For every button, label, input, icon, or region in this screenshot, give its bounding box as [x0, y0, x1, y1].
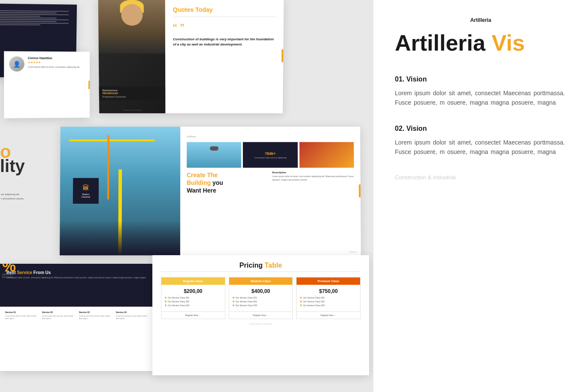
image-grid: 784k+ Lorem ipsum dolor sita met, adipis… [187, 142, 354, 168]
crane-section: 🏛 ModernIndustrial [60, 127, 180, 255]
grid-image-2: 784k+ Lorem ipsum dolor sita met, adipis… [243, 142, 297, 168]
pricing-title: Pricing Table [161, 262, 361, 269]
medium-features: Our Service Class 001 Our Service Class … [229, 296, 293, 311]
quote-text-area: Quotes Today “ ” Construction of buildin… [165, 0, 284, 113]
icon-badge: 🏛 ModernIndustrial [73, 178, 99, 204]
slide-quotes: Bartholomew Henderson Professional Const… [98, 0, 284, 113]
slide-building: 🏛 ModernIndustrial Artilleria 784k+ Lore… [60, 127, 361, 255]
regular-features: Our Service Class 001 Our Service Class … [161, 296, 225, 311]
buildings-bg [60, 221, 180, 255]
right-panel: Artilleria Artilleria Vis 01. Vision Lor… [373, 0, 588, 392]
service-num-4: Service 04 [116, 311, 149, 314]
vision-text-2: Lorem ipsum dolor sit amet, consectet Ma… [395, 138, 567, 157]
partial-text-lity: lity [0, 157, 25, 176]
regular-feature-2: Our Service Class 002 [165, 300, 221, 303]
badge-icon: 🏛 [82, 184, 89, 192]
quote-body: Construction of buildings is very import… [173, 37, 276, 47]
building-orange-bar [359, 184, 361, 197]
grid-image-1 [187, 142, 241, 168]
premium-header: Premium Class [297, 277, 360, 285]
premium-feature-2: Our Service Class 002 [300, 300, 357, 303]
pct-label: 2022 ProfitPercentage [2, 273, 13, 278]
partial-text-small1: uer adipiscing elit. [1, 193, 44, 196]
regular-feature-3: Our Service Class 003 [165, 304, 221, 307]
building-watermark: Artilleria [349, 250, 357, 253]
slide-pricing: Pricing Table Regular Class $200,00 Our … [152, 255, 369, 375]
building-content: Artilleria 784k+ Lorem ipsum dolor sita … [180, 127, 361, 255]
price-divider [161, 271, 361, 272]
orange-accent [88, 81, 90, 89]
slides-panel: Bartholomew Henderson Professional Const… [0, 0, 373, 392]
quotes-title: Quotes Today [173, 6, 276, 13]
quotes-title-black: Quotes [173, 6, 194, 13]
medium-feature-2: Our Service Class 002 [233, 300, 289, 303]
person-description: Lorem ipsum dolor sit amet, consectetur … [28, 66, 85, 69]
badge-text: ModernIndustrial [82, 193, 90, 198]
service-text-1: Lorem ipsum dolor sit amet, dolor stumet… [5, 315, 39, 320]
slide-watermark: Construction & Industrial [123, 109, 142, 111]
premium-price: $750,00 [297, 285, 360, 296]
medium-header: Medium Class [229, 277, 293, 285]
brand-large-black: Artilleria [395, 30, 485, 55]
service-text-3: Lorem ipsum dolor sit amet, dolor stumet… [79, 315, 112, 320]
premium-register: Register Now → [297, 311, 360, 319]
medium-feature-3: Our Service Class 003 [233, 304, 289, 307]
brand-name-top: Artilleria [395, 17, 567, 23]
regular-header: Regular Class [161, 277, 225, 285]
grid-image-3 [299, 142, 354, 168]
regular-register: Register Now → [161, 311, 225, 319]
avatar: 👤 [9, 56, 24, 71]
vision-number-2: 02. Vision [395, 125, 567, 133]
medium-feature-1: Our Service Class 001 [233, 296, 289, 299]
slide-person: 👤 Connor Hamilton ★★★★★ Lorem ipsum dolo… [4, 51, 90, 118]
create-title: Create TheBuilding youWant Here [187, 171, 269, 195]
person-name: Connor Hamilton [28, 57, 85, 60]
desc-title: Description [272, 171, 354, 174]
stat-desc: Lorem ipsum dolor sita met, adipiscing [255, 157, 286, 159]
desc-section: Description Lorem ipsum dolor sit amet, … [272, 171, 354, 198]
brand-name-large: Artilleria Vis [395, 32, 567, 54]
bottom-row: Create TheBuilding youWant Here Descript… [187, 171, 354, 198]
person-info: Connor Hamilton ★★★★★ Lorem ipsum dolor … [28, 57, 85, 69]
price-cards-row: Regular Class $200,00 Our Service Class … [161, 277, 361, 319]
quote-marks: “ ” [173, 22, 276, 34]
slide-bottomleft: Best Service From Us Lorem ipsum dolor s… [0, 264, 155, 371]
service-item-1: Service 01 Lorem ipsum dolor sit amet, d… [5, 311, 39, 320]
service-text-4: Lorem ipsum dolor sit amet, dolor stumet… [116, 315, 149, 320]
vision-number-1: 01. Vision [395, 75, 567, 83]
pricing-orange: Table [265, 262, 282, 269]
artilleria-tag: Artilleria [187, 135, 354, 138]
best-rest: From Us [33, 270, 51, 275]
crane-arm [69, 139, 155, 141]
premium-feature-1: Our Service Class 001 [300, 296, 357, 299]
person-title: Professional Constructor [103, 96, 162, 98]
regular-feature-1: Our Service Class 001 [165, 296, 221, 299]
dark-section: Best Service From Us Lorem ipsum dolor s… [0, 264, 155, 307]
best-orange: Service [17, 270, 32, 275]
vision-text-1: Lorem ipsum dolor sit amet, consectet Ma… [395, 88, 567, 108]
person-last-name: Henderson [103, 92, 162, 95]
medium-price: $400,00 [229, 285, 293, 296]
service-item-4: Service 04 Lorem ipsum dolor sit amet, d… [116, 311, 149, 320]
service-num-2: Service 02 [42, 311, 76, 314]
quote-divider [173, 17, 276, 17]
star-rating: ★★★★★ [28, 61, 85, 65]
name-bar: Bartholomew Henderson Professional Const… [99, 87, 166, 101]
person-head [121, 4, 143, 25]
desc-text: Lorem ipsum dolor sit amet, cons ectetur… [272, 175, 354, 181]
services-row: Service 01 Lorem ipsum dolor sit amet, d… [0, 307, 155, 324]
create-title-section: Create TheBuilding youWant Here [187, 171, 269, 198]
quotes-title-orange: Today [195, 6, 212, 13]
service-num-3: Service 03 [79, 311, 112, 314]
price-card-medium: Medium Class $400,00 Our Service Class 0… [229, 277, 293, 319]
brand-large-orange: Vis [491, 30, 524, 55]
best-desc: Lorem ipsum dolor sit amet, consectetur … [6, 277, 148, 280]
footer-text: Construction & Industrial [395, 174, 567, 181]
partial-text-small2: n sed pulvinar osuere, [1, 197, 48, 200]
price-card-premium: Premium Class $750,00 Our Service Class … [296, 277, 361, 319]
service-item-3: Service 03 Lorem ipsum dolor sit amet, d… [79, 311, 112, 320]
best-service-title: Best Service From Us [6, 270, 148, 275]
service-text-2: Lorem ipsum dolor sit amet, dolor stumet… [42, 315, 76, 320]
premium-feature-3: Our Service Class 003 [300, 304, 357, 307]
vision-section-1: 01. Vision Lorem ipsum dolor sit amet, c… [395, 75, 567, 108]
